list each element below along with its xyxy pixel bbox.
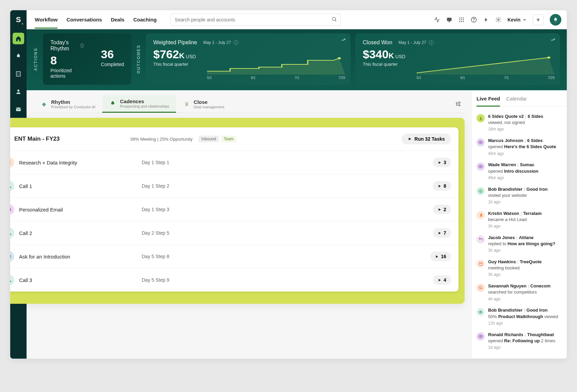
tab-rhythm[interactable]: ◆ RhythmPrioritized by Conductor AI <box>33 96 102 112</box>
nav-tab-conversations[interactable]: Conversations <box>66 11 102 29</box>
step-day: Day 5 Step 9 <box>142 277 433 283</box>
sidenav-mail[interactable] <box>13 104 24 115</box>
email-icon <box>10 204 14 215</box>
closed-won-card[interactable]: Closed WonMay 1 - July 27i $340KUSD This… <box>355 33 560 85</box>
apps-icon[interactable] <box>458 17 465 23</box>
svg-line-48 <box>481 288 482 289</box>
calendar-icon <box>477 260 485 268</box>
sidenav-home[interactable] <box>13 33 24 44</box>
tab-close[interactable]: ♛ CloseDeal management <box>176 96 231 112</box>
svg-rect-2 <box>447 18 452 21</box>
feed-item[interactable]: 6 Sides Quote v2|6 Sides viewed, not sig… <box>477 111 567 135</box>
feed-item[interactable]: Bob Brandishier|Good Iron visited your w… <box>477 184 567 208</box>
nav-tab-coaching[interactable]: Coaching <box>133 11 156 29</box>
cadence-step[interactable]: Personalized Email Day 1 Step 3 2 <box>10 198 458 221</box>
play-icon <box>438 231 441 235</box>
closed-range: May 1 - July 27 <box>399 40 426 45</box>
sidenav-rocket[interactable] <box>13 50 24 62</box>
tag-team: Team <box>221 136 236 142</box>
feed-item[interactable]: Guy Hawkins|TreeQuote meeting booked 3h … <box>477 256 567 280</box>
step-count: 2 <box>443 207 446 212</box>
closed-value: $340 <box>363 48 389 61</box>
run-step-button[interactable]: 2 <box>433 205 451 214</box>
cadence-step[interactable]: Ask for an Introduction Day 5 Step 8 16 <box>10 245 458 268</box>
tick: 6/1 <box>251 76 256 80</box>
feed-time: 3h ago <box>488 248 555 253</box>
cadence-step[interactable]: Call 1 Day 1 Step 2 8 <box>10 174 458 198</box>
feed-item[interactable]: Marcus Johnson|6 Sides opened Here's the… <box>477 135 567 159</box>
pipeline-chart: 5/16/17/17/29 <box>207 54 345 81</box>
feed-item[interactable]: Ronald Richards|Thoughtbeat opened Re: F… <box>477 329 567 353</box>
pipeline-card[interactable]: Weighted PipelineMay 1 - July 27i $762KU… <box>146 33 350 85</box>
tab-sub: Prospecting and relationships <box>120 104 169 108</box>
sidenav-person[interactable] <box>13 86 24 97</box>
user-menu[interactable]: Kevin <box>508 17 527 22</box>
feed-item[interactable]: Kristin Watson|Terratam became a Hot Lea… <box>477 208 567 232</box>
launch-button[interactable] <box>550 14 561 26</box>
feed-item[interactable]: Bob Brandishier|Good Iron 50% Product Wa… <box>477 304 567 329</box>
cadence-step[interactable]: Call 3 Day 5 Step 9 4 <box>10 268 458 292</box>
search-icon[interactable] <box>332 17 337 22</box>
svg-point-51 <box>481 312 481 313</box>
feed-who: Jacob Jones <box>488 235 515 240</box>
logo[interactable]: S <box>10 10 27 29</box>
compass-icon <box>10 251 14 262</box>
run-step-button[interactable]: 8 <box>433 181 451 191</box>
rhythm-card[interactable]: Today's Rhythmi 8 Prioritized actions 36… <box>43 33 131 85</box>
step-name: Call 1 <box>19 183 142 189</box>
sidenav-building[interactable] <box>13 68 24 80</box>
app-frame: S Workflow Conversations Deals Coaching … <box>10 10 567 359</box>
feed-org: Thoughtbeat <box>527 332 554 337</box>
nav-tab-workflow[interactable]: Workflow <box>35 11 58 29</box>
add-button[interactable] <box>533 14 544 25</box>
run-step-button[interactable]: 4 <box>433 275 451 285</box>
cadence-step[interactable]: Research + Data Integrity Day 1 Step 1 3 <box>10 151 458 174</box>
info-icon[interactable]: i <box>80 43 84 48</box>
feed-who: Marcus Johnson <box>488 138 523 143</box>
feed-body: Savannah Nguyen|Conecom searched for com… <box>488 283 550 302</box>
play-icon <box>438 161 441 164</box>
help-icon[interactable] <box>471 17 477 23</box>
svg-point-13 <box>474 21 474 21</box>
rhythm-title: Today's Rhythm <box>50 40 78 52</box>
cadence-stats: 38% Meeting | 25% Opportunity <box>130 137 192 142</box>
bolt-icon[interactable] <box>483 17 489 23</box>
cadence-name: ENT Main - FY23 <box>14 136 130 142</box>
feed-who: Savannah Nguyen <box>488 283 527 288</box>
feed-item[interactable]: Wade Warren|Sumac opened Intro discussio… <box>477 159 567 183</box>
tab-cadences[interactable]: CadencesProspecting and relationships <box>102 95 176 113</box>
highlight-panel: ENT Main - FY23 38% Meeting | 25% Opport… <box>10 118 465 304</box>
filter-icon[interactable] <box>452 97 465 110</box>
feed-who: Wade Warren <box>488 162 516 167</box>
closed-suffix: K <box>389 51 394 60</box>
activity-icon[interactable] <box>434 17 440 23</box>
tab-calendar[interactable]: Calendar <box>506 96 527 104</box>
download-icon <box>477 114 485 122</box>
svg-point-50 <box>480 312 481 313</box>
search-input[interactable] <box>170 14 341 26</box>
run-step-button[interactable]: 16 <box>430 252 451 261</box>
feed-item[interactable]: Jacob Jones|Atilane replied to How are t… <box>477 232 567 256</box>
run-step-button[interactable]: 7 <box>433 228 451 238</box>
tab-live-feed[interactable]: Live Feed <box>477 96 500 107</box>
step-count: 8 <box>443 183 446 189</box>
feed-time: 1h ago <box>488 199 548 205</box>
info-icon[interactable]: i <box>234 40 238 45</box>
feed-time: 1d ago <box>488 345 555 350</box>
run-tasks-button[interactable]: Run 32 Tasks <box>402 134 451 144</box>
feed-body: Ronald Richards|Thoughtbeat opened Re: F… <box>488 332 555 350</box>
info-icon[interactable]: i <box>429 40 434 45</box>
feed-item[interactable]: Savannah Nguyen|Conecom searched for com… <box>477 280 567 304</box>
run-step-button[interactable]: 3 <box>433 158 451 167</box>
cadence-step[interactable]: Call 2 Day 2 Step 5 7 <box>10 221 458 245</box>
feed-who: Bob Brandishier <box>488 308 523 313</box>
svg-point-5 <box>463 17 464 18</box>
feed-org: Conecom <box>530 283 550 288</box>
chat-icon[interactable] <box>446 17 452 23</box>
feed-who: Ronald Richards <box>488 332 523 337</box>
run-label: Run 32 Tasks <box>415 136 445 142</box>
nav-tab-deals[interactable]: Deals <box>111 11 124 29</box>
step-day: Day 1 Step 3 <box>142 207 433 212</box>
tick: 7/1 <box>295 76 299 80</box>
gear-icon[interactable] <box>495 17 501 23</box>
